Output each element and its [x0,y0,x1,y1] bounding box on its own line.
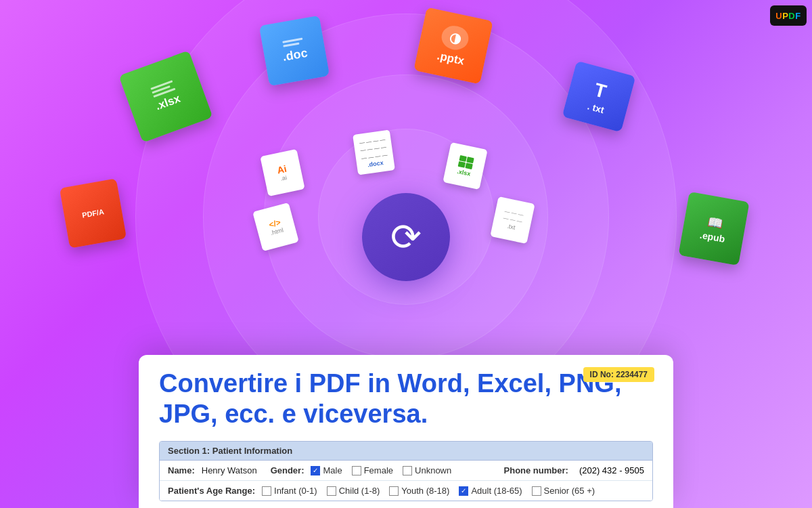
age-adult-checkbox[interactable] [459,486,468,496]
file-doc-label: .doc [281,46,309,64]
gender-male-checkbox[interactable] [311,466,320,475]
age-senior: Senior (65 +) [532,486,595,496]
refresh-symbol: ⟳ [390,215,422,259]
gender-unknown-checkbox[interactable] [403,466,412,475]
age-senior-checkbox[interactable] [532,486,541,496]
age-infant-checkbox[interactable] [262,486,271,496]
form-row-age: Patient's Age Range: Infant (0-1) Child … [160,481,652,501]
age-youth-label: Youth (8-18) [401,486,449,496]
age-options: Infant (0-1) Child (1-8) Youth (8-18) Ad… [262,486,595,496]
phone-value: (202) 432 - 9505 [579,465,644,475]
gender-female-label: Female [364,465,393,475]
gender-unknown-label: Unknown [415,465,451,475]
updf-logo: UPDF [770,5,807,26]
file-icon-doc: .doc [259,16,330,86]
center-convert-icon: ⟳ [362,193,450,281]
gender-unknown: Unknown [403,465,451,475]
age-label: Patient's Age Range: [168,486,255,496]
gender-male: Male [311,465,342,475]
file-epub-label: .epub [699,229,726,244]
age-infant-label: Infant (0-1) [274,486,317,496]
age-adult-label: Adult (18-65) [471,486,522,496]
gender-male-label: Male [323,465,342,475]
age-infant: Infant (0-1) [262,486,317,496]
age-senior-label: Senior (65 +) [544,486,595,496]
phone-section: Phone number: (202) 432 - 9505 [504,465,644,475]
name-value: Henry Watson [202,465,257,475]
file-icon-pptx: ◑ .pptx [413,7,493,85]
form-row-name-gender: Name: Henry Watson Gender: Male Female U… [160,461,652,481]
updf-logo-text: UPDF [775,11,800,21]
age-adult: Adult (18-65) [459,486,522,496]
gender-label: Gender: [271,465,304,475]
age-youth: Youth (8-18) [389,486,449,496]
id-badge: ID No: 2234477 [583,367,654,382]
gender-options: Male Female Unknown [311,465,451,475]
document-panel: ID No: 2234477 Convertire i PDF in Word,… [139,355,673,508]
age-child: Child (1-8) [327,486,380,496]
file-icon-docx-small: — — — — — — — — — — — — .docx [353,129,395,175]
age-child-checkbox[interactable] [327,486,336,496]
patient-form: Section 1: Patient Information Name: Hen… [159,441,653,501]
phone-label: Phone number: [504,465,568,475]
name-label: Name: [168,465,195,475]
age-child-label: Child (1-8) [339,486,380,496]
form-section-header: Section 1: Patient Information [160,442,652,461]
file-icon-pdfa: PDF/A [60,178,127,248]
age-youth-checkbox[interactable] [389,486,399,496]
file-pptx-label: .pptx [436,49,466,68]
document-title: Convertire i PDF in Word, Excel, PNG, JP… [159,368,653,430]
gender-female: Female [352,465,393,475]
gender-female-checkbox[interactable] [352,466,361,475]
file-icon-epub: 📖 .epub [678,192,749,266]
